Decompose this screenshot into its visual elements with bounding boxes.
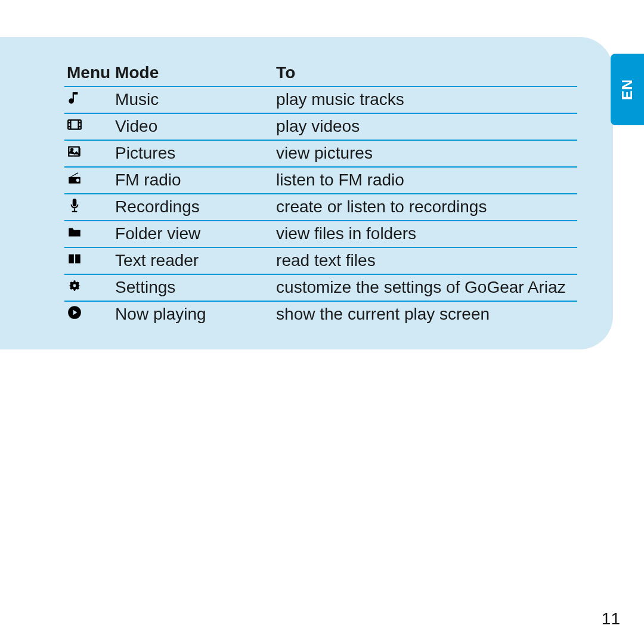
language-tab: EN [611, 54, 644, 125]
table-row: Video play videos [64, 113, 577, 140]
to-cell: show the current play screen [274, 301, 577, 327]
header-mode: Mode [113, 60, 274, 86]
mode-cell: Folder view [113, 221, 274, 247]
table-row: Recordings create or listen to recording… [64, 194, 577, 221]
header-to: To [274, 60, 577, 86]
to-cell: listen to FM radio [274, 167, 577, 194]
menu-table-container: Menu Mode To Music play music tracks Vid… [64, 60, 577, 327]
to-cell: customize the settings of GoGear Ariaz [274, 274, 577, 301]
book-icon [64, 247, 113, 274]
table-row: FM radio listen to FM radio [64, 167, 577, 194]
to-cell: view files in folders [274, 221, 577, 247]
table-row: Pictures view pictures [64, 140, 577, 167]
mode-cell: Settings [113, 274, 274, 301]
to-cell: play music tracks [274, 86, 577, 113]
page-number: 11 [602, 609, 620, 628]
table-row: Now playing show the current play screen [64, 301, 577, 327]
to-cell: read text files [274, 247, 577, 274]
table-row: Folder view view files in folders [64, 221, 577, 247]
svg-point-8 [71, 148, 73, 150]
play-circle-icon [64, 301, 113, 327]
table-header-row: Menu Mode To [64, 60, 577, 86]
svg-rect-10 [73, 199, 77, 206]
mode-cell: Music [113, 86, 274, 113]
music-icon [64, 86, 113, 113]
mode-cell: Text reader [113, 247, 274, 274]
svg-point-14 [73, 284, 76, 287]
svg-rect-12 [72, 211, 78, 212]
mode-cell: Video [113, 113, 274, 140]
folder-icon [64, 221, 113, 247]
mode-cell: Pictures [113, 140, 274, 167]
to-cell: create or listen to recordings [274, 194, 577, 221]
header-menu: Menu [64, 60, 113, 86]
mode-cell: Recordings [113, 194, 274, 221]
menu-table: Menu Mode To Music play music tracks Vid… [64, 60, 577, 327]
language-label: EN [619, 79, 636, 100]
mode-cell: FM radio [113, 167, 274, 194]
table-row: Settings customize the settings of GoGea… [64, 274, 577, 301]
svg-rect-11 [74, 208, 75, 210]
svg-point-9 [76, 179, 79, 182]
radio-icon [64, 167, 113, 194]
table-row: Text reader read text files [64, 247, 577, 274]
gear-icon [64, 274, 113, 301]
table-row: Music play music tracks [64, 86, 577, 113]
video-icon [64, 113, 113, 140]
mic-icon [64, 194, 113, 221]
to-cell: play videos [274, 113, 577, 140]
svg-rect-13 [74, 254, 75, 263]
to-cell: view pictures [274, 140, 577, 167]
pictures-icon [64, 140, 113, 167]
mode-cell: Now playing [113, 301, 274, 327]
